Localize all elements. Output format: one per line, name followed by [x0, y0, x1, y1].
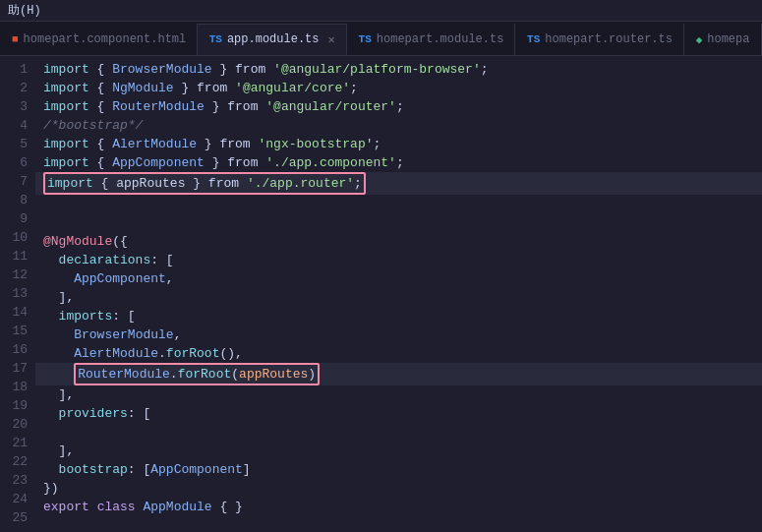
menu-help[interactable]: 助(H) — [8, 2, 41, 19]
code-line: imports: [ — [35, 307, 762, 325]
code-line: import { appRoutes } from './app.router'… — [35, 172, 762, 195]
menu-bar: 助(H) — [0, 0, 762, 22]
code-content[interactable]: import { BrowserModule } from '@angular/… — [35, 56, 762, 532]
tab-label: homepart.router.ts — [545, 32, 673, 46]
code-line: import { AppComponent } from './app.comp… — [35, 153, 762, 172]
code-line: ], — [35, 385, 762, 404]
tab-app-module[interactable]: TS app.module.ts ✕ — [198, 24, 347, 55]
code-line — [35, 195, 762, 213]
ts-icon: TS — [527, 33, 540, 45]
code-line: AppComponent, — [35, 269, 762, 288]
close-icon[interactable]: ✕ — [328, 32, 335, 47]
line-number: 16 — [8, 340, 28, 359]
code-line: declarations: [ — [35, 251, 762, 269]
tab-label: app.module.ts — [227, 32, 320, 46]
line-number: 3 — [8, 97, 28, 116]
tab-homepart-router[interactable]: TS homepart.router.ts — [515, 24, 684, 55]
code-line — [35, 213, 762, 232]
code-line: /*bootstrap*/ — [35, 116, 762, 135]
line-number: 20 — [8, 415, 28, 434]
code-line: import { AlertModule } from 'ngx-bootstr… — [35, 135, 762, 153]
line-number: 23 — [8, 471, 28, 490]
vue-icon: ◆ — [696, 33, 703, 46]
code-line: import { NgModule } from '@angular/core'… — [35, 79, 762, 97]
code-line: bootstrap: [AppComponent] — [35, 460, 762, 479]
ts-icon: TS — [359, 33, 372, 45]
code-line: AlertModule.forRoot(), — [35, 344, 762, 363]
line-number: 25 — [8, 508, 28, 527]
line-number: 12 — [8, 266, 28, 284]
line-number: 11 — [8, 247, 28, 266]
code-line: providers: [ — [35, 404, 762, 423]
line-number: 10 — [8, 228, 28, 247]
tab-homepart-component[interactable]: ■ homepart.component.html — [0, 24, 198, 55]
line-number: 8 — [8, 191, 28, 209]
code-line — [35, 423, 762, 442]
line-number: 15 — [8, 322, 28, 340]
line-numbers: 1234567891011121314151617181920212223242… — [0, 56, 35, 532]
code-line: ], — [35, 288, 762, 307]
code-line: RouterModule.forRoot(appRoutes) — [35, 363, 762, 385]
code-line — [35, 516, 762, 532]
line-number: 5 — [8, 135, 28, 153]
code-line: ], — [35, 442, 762, 460]
line-number: 13 — [8, 284, 28, 303]
tab-bar: ■ homepart.component.html TS app.module.… — [0, 22, 762, 56]
code-line: BrowserModule, — [35, 325, 762, 344]
code-line: }) — [35, 479, 762, 498]
tab-label: homepart.component.html — [24, 32, 187, 46]
line-number: 4 — [8, 116, 28, 135]
line-number: 2 — [8, 79, 28, 97]
html-icon: ■ — [12, 33, 19, 45]
editor: 1234567891011121314151617181920212223242… — [0, 56, 762, 532]
tab-label: homepart.module.ts — [377, 32, 504, 46]
code-line: @NgModule({ — [35, 232, 762, 251]
line-number: 7 — [8, 172, 28, 191]
line-number: 19 — [8, 396, 28, 415]
tab-homepart-module[interactable]: TS homepart.module.ts — [347, 24, 516, 55]
code-line: export class AppModule { } — [35, 498, 762, 516]
tab-homepa[interactable]: ◆ homepa — [684, 24, 762, 55]
line-number: 22 — [8, 452, 28, 471]
line-number: 18 — [8, 378, 28, 396]
line-number: 1 — [8, 60, 28, 79]
line-number: 14 — [8, 303, 28, 322]
code-line: import { RouterModule } from '@angular/r… — [35, 97, 762, 116]
line-number: 24 — [8, 490, 28, 508]
tab-label: homepa — [707, 32, 749, 46]
code-line: import { BrowserModule } from '@angular/… — [35, 60, 762, 79]
line-number: 21 — [8, 434, 28, 452]
line-number: 9 — [8, 209, 28, 228]
ts-icon: TS — [209, 33, 222, 45]
line-number: 6 — [8, 153, 28, 172]
line-number: 17 — [8, 359, 28, 378]
